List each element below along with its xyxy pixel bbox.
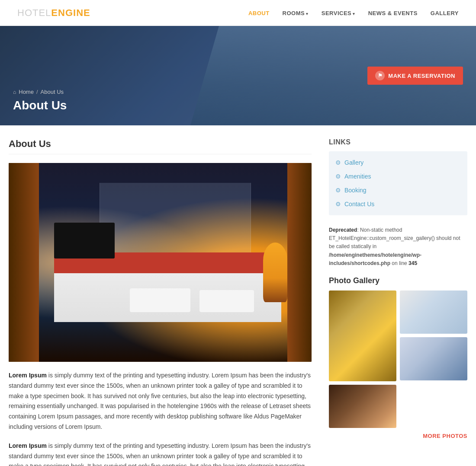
logo-hotel: HOTEL (17, 7, 51, 18)
paragraph1-body: is simply dummy text of the printing and… (9, 372, 311, 430)
breadcrumb-current: About Us (41, 89, 64, 95)
lamp-right (263, 243, 287, 302)
body-paragraph-2: Lorem Ipsum is simply dummy text of the … (9, 441, 312, 466)
nav-item-services[interactable]: SERVICES▾ (322, 10, 355, 16)
photo-thumb-3[interactable] (400, 337, 467, 380)
nav-item-about[interactable]: ABOUT (248, 10, 270, 16)
link-icon-contact: ⚙ (335, 201, 341, 207)
deprecated-online: on line (390, 260, 408, 266)
bed-pillow-left (130, 288, 190, 312)
reservation-button-label: MAKE A RESERVATION (388, 73, 455, 79)
deprecated-label: Deprecated (329, 227, 357, 233)
photo-gallery-title: Photo Gallery (329, 276, 467, 285)
sidebar-link-amenities-anchor[interactable]: Amenities (344, 173, 371, 180)
room-image-bg (9, 163, 312, 362)
photo-1-inner (329, 290, 396, 381)
body-paragraph-1: Lorem Ipsum is simply dummy text of the … (9, 370, 312, 432)
deprecated-notice: Deprecated: Non-static method ET_HotelEn… (329, 226, 467, 268)
nav-item-gallery[interactable]: GALLERY (431, 10, 459, 16)
more-photos-section: MORE PHOTOS (329, 432, 467, 439)
photo-right-column (400, 290, 467, 381)
nav-item-rooms[interactable]: ROOMS▾ (283, 10, 309, 16)
sidebar-link-booking[interactable]: ⚙ Booking (329, 183, 467, 197)
content-right: LINKS ⚙ Gallery ⚙ Amenities ⚙ Booking ⚙ … (329, 138, 467, 466)
photo-2-inner (400, 290, 467, 334)
tv-shape (54, 223, 115, 259)
nav-link-news[interactable]: NEWS & EVENTS (368, 10, 418, 16)
nav-link-about[interactable]: ABOUT (248, 10, 270, 16)
home-icon: ⌂ (13, 89, 16, 95)
photo-thumb-2[interactable] (400, 290, 467, 334)
photo-4-inner (329, 385, 396, 428)
logo-engine: ENGINE (51, 7, 90, 18)
sidebar-link-contact-anchor[interactable]: Contact Us (344, 201, 374, 207)
photo-grid (329, 290, 467, 428)
deprecated-line-number: 345 (408, 260, 417, 266)
paragraph1-lead: Lorem Ipsum (9, 372, 47, 379)
more-photos-link[interactable]: MORE PHOTOS (423, 433, 467, 439)
nav-link-rooms[interactable]: ROOMS▾ (283, 10, 309, 16)
link-icon-amenities: ⚙ (335, 173, 341, 180)
flag-icon: ⚑ (375, 71, 385, 80)
paragraph2-lead: Lorem Ipsum (9, 442, 47, 449)
room-image (9, 163, 312, 362)
curtain-right (287, 163, 312, 362)
main-container: About Us Lorem Ipsum is simply dummy tex… (0, 125, 476, 466)
nav-link-gallery[interactable]: GALLERY (431, 10, 459, 16)
caret-icon: ▾ (306, 12, 309, 16)
sidebar-link-contact[interactable]: ⚙ Contact Us (329, 197, 467, 211)
breadcrumb: ⌂ Home / About Us (13, 89, 67, 95)
photo-thumb-1[interactable] (329, 290, 396, 381)
sidebar-link-amenities[interactable]: ⚙ Amenities (329, 169, 467, 183)
main-nav: ABOUT ROOMS▾ SERVICES▾ NEWS & EVENTS GAL… (248, 10, 459, 16)
hero-content: ⌂ Home / About Us About Us (13, 89, 67, 112)
links-box: ⚙ Gallery ⚙ Amenities ⚙ Booking ⚙ Contac… (329, 151, 467, 215)
links-section-title: LINKS (329, 138, 467, 146)
caret-icon: ▾ (353, 12, 355, 16)
link-icon-gallery: ⚙ (335, 159, 341, 166)
curtain-left (9, 163, 39, 362)
nav-item-news[interactable]: NEWS & EVENTS (368, 10, 418, 16)
paragraph2-body: is simply dummy text of the printing and… (9, 442, 311, 466)
sidebar-link-gallery-anchor[interactable]: Gallery (344, 159, 363, 166)
content-left: About Us Lorem Ipsum is simply dummy tex… (9, 138, 312, 466)
link-icon-booking: ⚙ (335, 187, 341, 194)
breadcrumb-separator: / (36, 89, 38, 95)
section-title: About Us (9, 138, 312, 154)
bed-pillow-right (199, 290, 254, 312)
hero-banner: ⌂ Home / About Us About Us ⚑ MAKE A RESE… (0, 26, 476, 125)
photo-3-inner (400, 337, 467, 380)
photo-thumb-4[interactable] (329, 385, 396, 428)
sidebar-link-booking-anchor[interactable]: Booking (344, 187, 367, 194)
navbar: HOTELENGINE ABOUT ROOMS▾ SERVICES▾ NEWS … (0, 0, 476, 26)
hero-title: About Us (13, 99, 67, 112)
nav-link-services[interactable]: SERVICES▾ (322, 10, 355, 16)
reservation-button[interactable]: ⚑ MAKE A RESERVATION (367, 67, 463, 85)
sidebar-link-gallery[interactable]: ⚙ Gallery (329, 156, 467, 169)
breadcrumb-home-link[interactable]: Home (19, 89, 34, 95)
site-logo[interactable]: HOTELENGINE (17, 7, 90, 19)
